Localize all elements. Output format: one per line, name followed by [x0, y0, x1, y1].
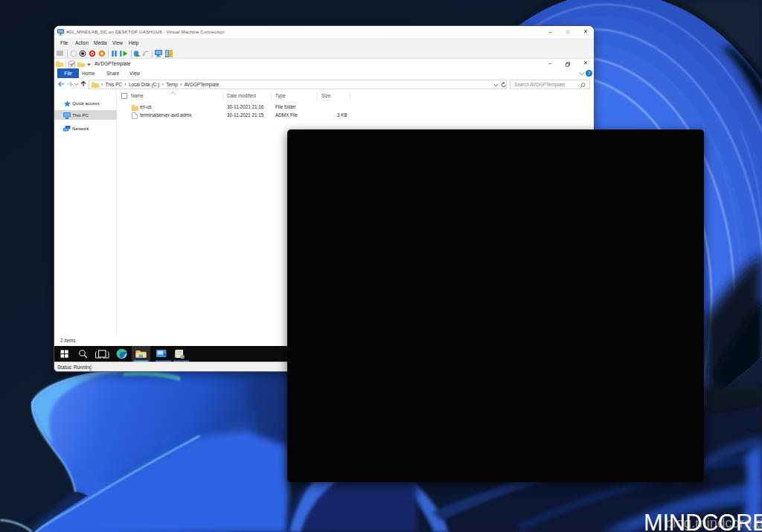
svg-text:?: ?: [588, 71, 591, 76]
